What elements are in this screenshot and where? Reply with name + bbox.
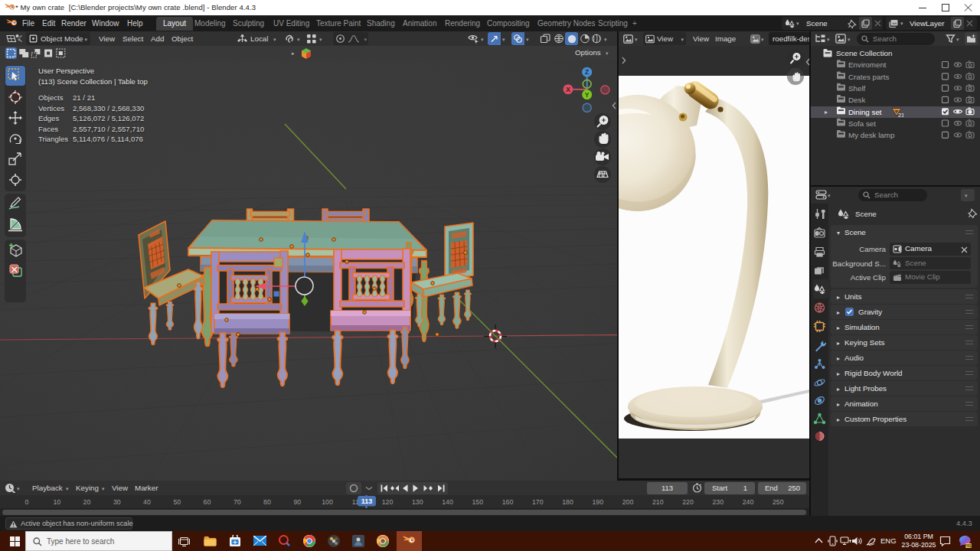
svg-text:230: 230 <box>712 498 724 506</box>
svg-text:170: 170 <box>532 498 544 506</box>
svg-text:100: 100 <box>322 498 333 506</box>
svg-text:21: 21 <box>898 112 903 118</box>
svg-text:40: 40 <box>143 498 151 506</box>
svg-text:130: 130 <box>412 498 423 506</box>
svg-text:190: 190 <box>592 498 603 506</box>
svg-text:Y: Y <box>585 91 590 99</box>
svg-text:60: 60 <box>204 498 211 506</box>
svg-text:X: X <box>566 86 570 93</box>
svg-text:20: 20 <box>83 498 91 506</box>
svg-text:180: 180 <box>562 498 573 506</box>
svg-text:160: 160 <box>502 498 514 506</box>
svg-text:50: 50 <box>173 498 181 506</box>
svg-text:140: 140 <box>442 498 453 506</box>
svg-text:10: 10 <box>53 498 60 506</box>
svg-text:220: 220 <box>682 498 694 506</box>
svg-text:240: 240 <box>743 498 754 506</box>
svg-text:90: 90 <box>293 498 301 506</box>
svg-text:120: 120 <box>382 498 394 506</box>
svg-text:0: 0 <box>25 498 29 506</box>
svg-text:150: 150 <box>472 498 483 506</box>
svg-text:70: 70 <box>234 498 241 506</box>
svg-text:80: 80 <box>263 498 271 506</box>
svg-text:30: 30 <box>113 498 121 506</box>
svg-text:250: 250 <box>773 498 784 506</box>
svg-text:Z: Z <box>585 68 589 76</box>
svg-text:113: 113 <box>361 497 373 505</box>
svg-text:200: 200 <box>622 498 634 506</box>
svg-text:PRE: PRE <box>965 544 972 548</box>
svg-text:210: 210 <box>652 498 664 506</box>
